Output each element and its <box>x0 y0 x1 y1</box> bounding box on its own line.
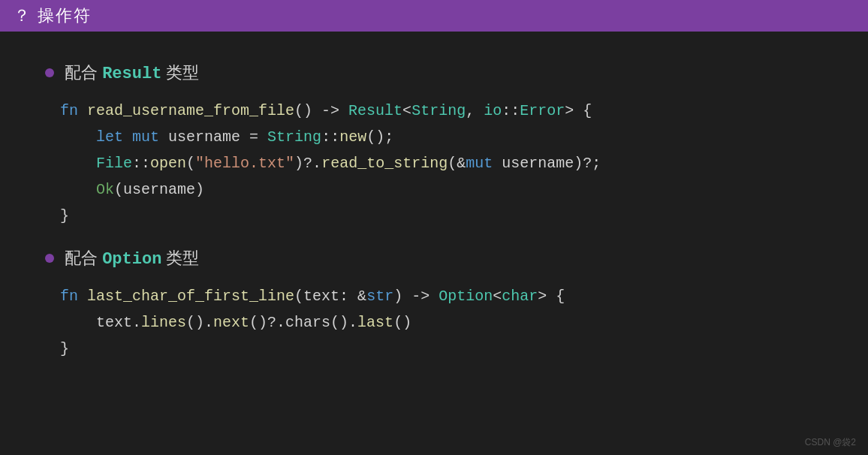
bullet-dot-2 <box>45 254 54 263</box>
code-line-2-2: text.lines().next()?.chars().last() <box>60 309 808 336</box>
bullet-result: 配合 Result 类型 <box>45 62 823 84</box>
code-line-1-3: File::open("hello.txt")?.read_to_string(… <box>60 150 808 176</box>
bullet-dot-1 <box>45 68 54 77</box>
code-line-2-3: } <box>60 336 808 362</box>
code-line-1-1: fn read_username_from_file() -> Result<S… <box>60 98 808 124</box>
code-line-2-1: fn last_char_of_first_line(text: &str) -… <box>60 283 808 309</box>
header: ？ 操作符 <box>0 0 868 32</box>
header-title: ？ 操作符 <box>14 5 92 27</box>
code-line-1-4: Ok(username) <box>60 176 808 203</box>
bullet-text-1: 配合 Result 类型 <box>65 62 199 84</box>
content: 配合 Result 类型 fn read_username_from_file(… <box>0 32 868 402</box>
bullet-option: 配合 Option 类型 <box>45 247 823 270</box>
code-line-1-2: let mut username = String::new(); <box>60 124 808 150</box>
code-block-2: fn last_char_of_first_line(text: &str) -… <box>45 283 823 362</box>
watermark: CSDN @袋2 <box>805 436 856 449</box>
bullet-text-2: 配合 Option 类型 <box>65 247 199 270</box>
code-line-1-5: } <box>60 203 808 229</box>
code-block-1: fn read_username_from_file() -> Result<S… <box>45 98 823 229</box>
